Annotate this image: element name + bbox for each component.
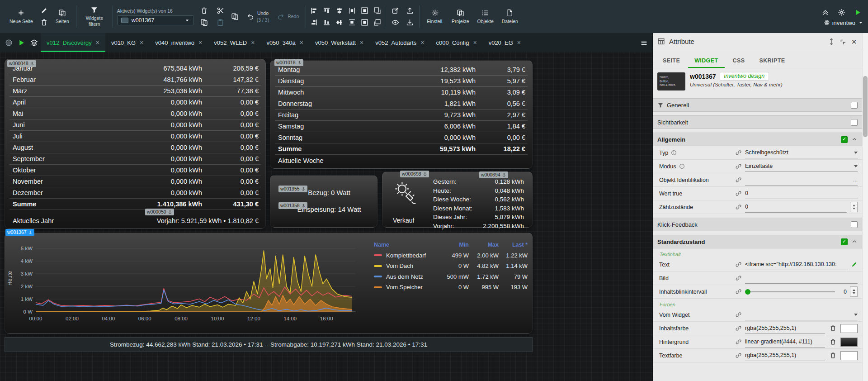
align-center-vertical-button[interactable] bbox=[333, 17, 345, 28]
import-widgets-button[interactable] bbox=[404, 17, 415, 28]
close-tab-icon[interactable]: × bbox=[360, 39, 363, 46]
meter-status-bar[interactable]: Strombezug: 44.662,283 kWh Stand: 21.03.… bbox=[5, 337, 533, 352]
zaehlzustaende-input[interactable]: 0 bbox=[745, 202, 847, 213]
open-view-external-button[interactable] bbox=[389, 5, 401, 16]
link-icon[interactable] bbox=[735, 338, 742, 345]
view-tab[interactable]: v052_Autodarts× bbox=[369, 33, 430, 52]
new-page-button[interactable]: Neue Seite bbox=[7, 7, 36, 26]
preview-button[interactable] bbox=[389, 17, 401, 28]
objekt-id-input[interactable]: ... bbox=[745, 175, 858, 186]
run-project-button[interactable] bbox=[852, 7, 863, 18]
collapse-panel-icon[interactable] bbox=[839, 38, 846, 45]
delete-page-button[interactable] bbox=[38, 17, 50, 28]
match-width-button[interactable] bbox=[359, 5, 370, 16]
modus-select[interactable]: Einzeltaste bbox=[745, 161, 858, 172]
interview-mode-button[interactable] bbox=[3, 37, 14, 48]
panel-scrollbar[interactable] bbox=[862, 33, 868, 381]
close-panel-icon[interactable]: × bbox=[850, 37, 858, 46]
files-button[interactable]: Dateien bbox=[499, 7, 521, 26]
section-klick-feedback[interactable]: Klick-Feedback bbox=[653, 218, 862, 231]
link-icon[interactable] bbox=[735, 163, 742, 170]
view-tab[interactable]: c000_Config× bbox=[430, 33, 482, 52]
view-tab[interactable]: v010_KG× bbox=[105, 33, 149, 52]
view-tab[interactable]: v020_EG× bbox=[483, 33, 527, 52]
typ-select[interactable]: Schreibgeschützt bbox=[745, 148, 858, 158]
color-swatch[interactable] bbox=[840, 324, 858, 333]
align-bottom-button[interactable] bbox=[321, 17, 332, 28]
views-manager-button[interactable] bbox=[28, 37, 40, 48]
link-icon[interactable] bbox=[735, 352, 742, 359]
distribute-horizontal-button[interactable] bbox=[346, 5, 358, 16]
collapse-toolbar-button[interactable] bbox=[819, 7, 831, 18]
allgemein-checkbox[interactable] bbox=[841, 136, 848, 143]
number-stepper[interactable] bbox=[850, 286, 858, 297]
view-tab[interactable]: v040_inventwo× bbox=[149, 33, 208, 52]
close-tab-icon[interactable]: × bbox=[517, 39, 521, 46]
paste-button[interactable] bbox=[215, 17, 226, 28]
copy-button[interactable] bbox=[229, 11, 241, 22]
settings-button[interactable]: Einstell. bbox=[424, 7, 446, 26]
legend-row[interactable]: Aus dem Netz500 mW1.72 kW79 W bbox=[374, 271, 528, 282]
section-generell[interactable]: Generell bbox=[653, 98, 862, 112]
close-tab-icon[interactable]: × bbox=[420, 39, 424, 46]
match-height-button[interactable] bbox=[359, 17, 370, 28]
runtime-settings-button[interactable] bbox=[835, 7, 847, 18]
attr-tab-css[interactable]: CSS bbox=[726, 54, 751, 68]
export-widgets-button[interactable] bbox=[404, 5, 415, 16]
view-tab[interactable]: v012_Discovergy× bbox=[41, 33, 105, 52]
clear-color-icon[interactable] bbox=[830, 338, 836, 345]
attr-tab-seite[interactable]: SEITE bbox=[656, 54, 686, 68]
edit-text-icon[interactable] bbox=[851, 261, 858, 268]
info-icon[interactable] bbox=[679, 163, 685, 169]
close-tab-icon[interactable]: × bbox=[300, 39, 303, 46]
wert-true-input[interactable]: 0 bbox=[745, 188, 858, 199]
close-tab-icon[interactable]: × bbox=[96, 39, 99, 46]
widget-anchor-badge[interactable]: w001018 bbox=[274, 59, 303, 66]
clone-widget-button[interactable] bbox=[198, 17, 210, 28]
text-input[interactable]: <iframe src="http://192.168.130.130: bbox=[745, 259, 848, 270]
clear-color-icon[interactable] bbox=[830, 325, 836, 332]
widget-anchor-badge[interactable]: w000048 bbox=[7, 60, 36, 67]
undo-button[interactable]: Undo (3 / 3) bbox=[244, 9, 272, 24]
blink-interval-slider[interactable] bbox=[745, 286, 835, 297]
link-icon[interactable] bbox=[735, 204, 742, 210]
bild-input[interactable] bbox=[745, 273, 858, 284]
legend-row[interactable]: Komplettbedarf499 W2.00 kW1.22 kW bbox=[374, 250, 528, 261]
widget-anchor-badge[interactable]: w000050 bbox=[145, 209, 174, 215]
cut-button[interactable] bbox=[215, 5, 226, 16]
link-icon[interactable] bbox=[735, 176, 742, 183]
weekly-energy-widget[interactable]: w001018 Montag12,382 kWh3,79 €Dienstag19… bbox=[270, 60, 533, 169]
energy-chart-widget[interactable]: Heute 0 W1 kW2 kW3 kW4 kW5 kW00:0002:000… bbox=[5, 233, 533, 334]
link-icon[interactable] bbox=[735, 275, 742, 281]
view-tab[interactable]: v050_Werkstatt× bbox=[309, 33, 369, 52]
align-center-horizontal-button[interactable] bbox=[333, 5, 345, 16]
section-sichtbarkeit[interactable]: Sichtbarkeit bbox=[653, 115, 862, 129]
inhaltsfarbe-input[interactable]: rgba(255,255,255,1) bbox=[745, 323, 825, 334]
delete-widget-button[interactable] bbox=[198, 5, 210, 16]
projects-button[interactable]: Projekte bbox=[449, 7, 472, 26]
close-tab-icon[interactable]: × bbox=[473, 39, 476, 46]
standardzustand-checkbox[interactable] bbox=[841, 238, 848, 245]
active-widget-select[interactable]: w001367 bbox=[117, 15, 194, 25]
edit-page-button[interactable] bbox=[38, 5, 50, 16]
link-icon[interactable] bbox=[735, 149, 742, 156]
align-left-button[interactable] bbox=[308, 5, 320, 16]
view-tab[interactable]: v050_340a× bbox=[260, 33, 309, 52]
section-allgemein[interactable]: Allgemein bbox=[653, 133, 862, 146]
legend-row[interactable]: Vom Dach0 W4.82 kW1.14 kW bbox=[374, 261, 528, 271]
link-icon[interactable] bbox=[735, 311, 742, 318]
power-flow-widget[interactable]: w001355 Bezug: 0 Watt w001358 Einspeisun… bbox=[270, 175, 377, 228]
widget-anchor-badge[interactable]: w000694 bbox=[479, 171, 508, 178]
widget-anchor-badge[interactable]: w001355 bbox=[278, 186, 307, 192]
edit-canvas[interactable]: w000048 Januar675,584 kWh206,59 €Februar… bbox=[0, 52, 652, 381]
sichtbarkeit-checkbox[interactable] bbox=[851, 119, 858, 126]
pages-menu-button[interactable]: Seiten bbox=[53, 7, 72, 26]
close-tab-icon[interactable]: × bbox=[198, 39, 202, 46]
scrollbar-thumb[interactable] bbox=[863, 76, 868, 137]
link-icon[interactable] bbox=[735, 190, 742, 197]
copy-size-button[interactable] bbox=[371, 5, 383, 16]
close-tab-icon[interactable]: × bbox=[140, 39, 143, 46]
link-icon[interactable] bbox=[735, 325, 742, 332]
run-view-button[interactable] bbox=[15, 37, 27, 48]
number-stepper[interactable] bbox=[850, 202, 858, 212]
